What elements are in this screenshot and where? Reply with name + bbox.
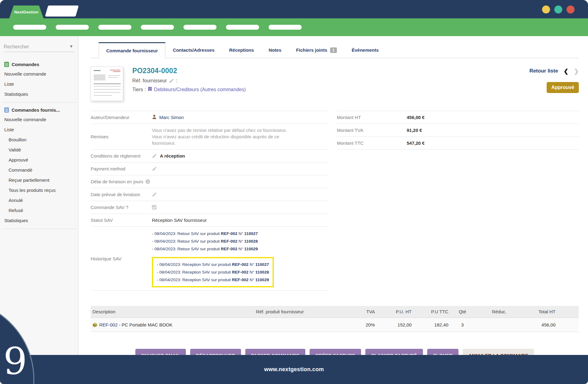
col-tva: TVA: [346, 306, 377, 318]
remise-note-1: Vous n'avez pas de remise relative par d…: [152, 127, 290, 133]
product-total-ht: 456,00: [508, 318, 579, 332]
tab-receptions[interactable]: Réceptions: [222, 42, 261, 58]
col-total-ht: Total HT: [508, 306, 579, 318]
field-label: Délai de livraison en jours: [91, 179, 143, 184]
menu-pill[interactable]: [13, 25, 46, 30]
author-link[interactable]: Marc Simon: [159, 115, 184, 120]
chevron-left-icon[interactable]: ❮: [564, 68, 568, 74]
brand-tab[interactable]: NextGestion: [9, 6, 43, 18]
field-label: Statut SAV: [91, 218, 152, 223]
col-description: Description: [91, 306, 254, 318]
amount-value: 456,00 €: [407, 115, 579, 120]
sidebar-section-label: Commandes: [12, 62, 39, 67]
product-pu-ht: 152,00: [377, 318, 413, 332]
menu-pill[interactable]: [98, 25, 131, 30]
edit-pencil-icon[interactable]: [169, 78, 174, 84]
document-icon: [4, 62, 9, 67]
tiers-link[interactable]: Debiteurs/Crediteurs (Autres commandes): [154, 87, 246, 92]
sidebar-item-nouvelle-commande[interactable]: Nouvelle commande: [0, 69, 78, 79]
tab-fichiers-joints[interactable]: Fichiers joints 1: [289, 42, 344, 58]
document-thumbnail[interactable]: [91, 67, 123, 101]
menu-pill[interactable]: [183, 25, 217, 30]
sidebar-item-commande[interactable]: Commandé: [0, 165, 78, 175]
divider: [2, 102, 76, 103]
tab-commande-fournisseur[interactable]: Commande fournisseur: [99, 42, 165, 58]
sidebar-item-liste[interactable]: Liste: [0, 79, 78, 89]
product-cube-icon: [92, 322, 97, 327]
amount-label: Montant TTC: [337, 140, 407, 146]
attachments-count-badge: 1: [330, 47, 337, 53]
close-dot-icon[interactable]: [567, 6, 575, 13]
menu-pill[interactable]: [226, 25, 259, 30]
status-badge: Approuvé: [547, 82, 579, 93]
minimize-dot-icon[interactable]: [542, 6, 550, 13]
divider: [2, 229, 76, 229]
sav-history-line: - 08/04/2023: Réception SAV sur produit …: [157, 261, 269, 268]
header-right: Retour liste ❮ ❯ Approuvé: [530, 67, 579, 101]
sidebar-item-recue-partiellement[interactable]: Reçue partiellement: [0, 175, 78, 185]
secondary-tab[interactable]: [45, 6, 79, 17]
footer-url: www.nextgestion.com: [264, 366, 324, 373]
edit-pencil-icon[interactable]: [152, 166, 157, 172]
sidebar-item-brouillon[interactable]: Brouillon: [0, 135, 78, 145]
sidebar-section-commandes-fournisseurs[interactable]: Commandes fournis...: [0, 106, 78, 114]
tab-evenements[interactable]: Événements: [344, 42, 386, 58]
product-ref-link[interactable]: REF-002: [99, 322, 118, 327]
amount-label: Montant TVA: [337, 128, 407, 133]
payment-terms-value: A réception: [160, 153, 185, 158]
product-qty: 3: [450, 318, 475, 332]
sidebar-item-valide[interactable]: Validé: [0, 145, 78, 155]
colon: :: [176, 78, 177, 84]
sidebar-item-statistiques-fournisseur[interactable]: Statistiques: [0, 215, 78, 226]
supplier-ref-label: Réf. fournisseur: [132, 78, 167, 84]
po-head-text: PO2304-0002 Réf. fournisseur : Tiers :: [132, 67, 246, 101]
sidebar-item-statistiques[interactable]: Statistiques: [0, 89, 78, 99]
sidebar-item-approuve[interactable]: Approuvé: [0, 155, 78, 165]
sidebar-item-liste-fournisseur[interactable]: Liste: [0, 125, 78, 135]
menu-pill[interactable]: [141, 25, 174, 30]
field-row-conditions: Conditions de règlement A réception: [91, 150, 328, 162]
edit-pencil-icon[interactable]: [152, 153, 157, 159]
brand-label: NextGestion: [14, 10, 39, 14]
col-ref-fournisseur: Réf. produit fournisseur: [254, 306, 346, 318]
sav-checkbox[interactable]: [152, 205, 156, 210]
supplier-ref-line: Réf. fournisseur :: [132, 78, 246, 84]
search-input[interactable]: [4, 42, 74, 51]
window-controls: [542, 6, 575, 13]
order-fields-table: Auteur/Demandeur Marc Simon Remises Vous…: [91, 111, 328, 291]
sidebar-item-refuse[interactable]: Refusé: [0, 205, 78, 215]
tiers-label: Tiers :: [132, 87, 146, 92]
sidebar-item-annule[interactable]: Annulé: [0, 195, 78, 205]
app-window: NextGestion ▼ Commandes Nouv: [0, 0, 588, 384]
product-tva: 20%: [346, 318, 377, 332]
field-row-commande-sav: Commande SAV ?: [91, 201, 328, 214]
field-row-delai-livraison: Délai de livraison en jours i: [91, 175, 328, 188]
sav-history-line: - 08/04/2023: Réception SAV sur produit …: [157, 276, 269, 284]
field-label: Commande SAV ?: [91, 205, 152, 210]
tab-label: Événements: [352, 47, 379, 53]
sidebar-item-nouvelle-commande-fournisseur[interactable]: Nouvelle commande: [0, 114, 78, 125]
tab-label: Commande fournisseur: [106, 48, 158, 53]
sav-reception-highlight-box: - 08/04/2023: Réception SAV sur produit …: [152, 257, 274, 287]
sav-status-value: Réception SAV fournisseur: [152, 218, 328, 223]
chevron-right-icon[interactable]: ❯: [574, 68, 579, 74]
amount-row-tva: Montant TVA 91,20 €: [337, 124, 579, 137]
sidebar-item-tous-produits-recus[interactable]: Tous les produits reçus: [0, 185, 78, 195]
main-content: Commande fournisseur Contacts/Adresses R…: [78, 36, 588, 355]
menu-pill[interactable]: [56, 25, 89, 30]
tiers-line: Tiers : Debiteurs/Crediteurs (Autres com…: [132, 87, 246, 92]
product-description: - PC Portable MAC BOOK: [118, 322, 172, 327]
sav-retour-list: - 08/04/2023: Retour SAV sur produit REF…: [152, 230, 328, 253]
maximize-dot-icon[interactable]: [554, 6, 562, 13]
back-to-list-link[interactable]: Retour liste: [530, 68, 558, 74]
tab-contacts-adresses[interactable]: Contacts/Adresses: [165, 42, 222, 58]
tab-notes[interactable]: Notes: [261, 42, 289, 58]
col-pu-ttc: P.U TTC: [413, 306, 450, 318]
products-table: Description Réf. produit fournisseur TVA…: [91, 306, 579, 332]
amounts-table: Montant HT 456,00 € Montant TVA 91,20 € …: [337, 111, 579, 150]
user-icon: [152, 114, 157, 120]
field-row-remises: Remises Vous n'avez pas de remise relati…: [91, 124, 328, 150]
sidebar-section-commandes[interactable]: Commandes: [0, 60, 78, 69]
menu-pill[interactable]: [269, 25, 302, 30]
edit-pencil-icon[interactable]: [152, 192, 157, 197]
